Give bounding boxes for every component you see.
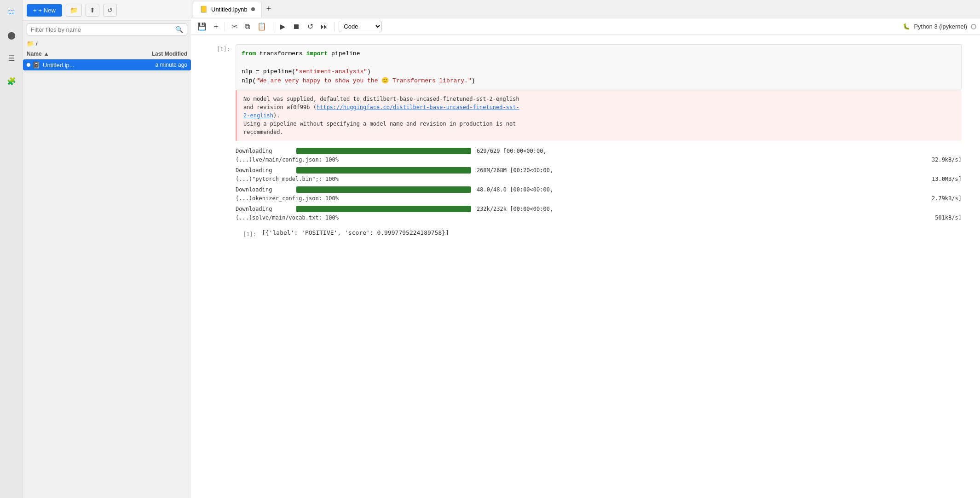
progress-bar-3 xyxy=(296,206,471,212)
run-button[interactable]: ▶ xyxy=(277,20,288,33)
progress-row-0: Downloading 629/629 [00:00<00:00, xyxy=(236,146,962,156)
progress-bar-0 xyxy=(296,148,471,154)
kernel-name: Python 3 (ipykernel) xyxy=(914,23,967,30)
progress-section: Downloading 629/629 [00:00<00:00, (...)l… xyxy=(236,145,962,226)
copy-button[interactable]: ⧉ xyxy=(242,21,253,33)
progress-sub-label-0: (...)lve/main/config.json: 100% xyxy=(236,156,339,163)
fast-forward-button[interactable]: ⏭ xyxy=(318,21,331,33)
warning-line-3: Using a pipeline without specifying a mo… xyxy=(243,120,955,128)
progress-sub-0: (...)lve/main/config.json: 100% 32.9kB/s… xyxy=(236,156,962,166)
upload-folder-button[interactable]: 📁 xyxy=(66,4,82,17)
tab-modified-dot xyxy=(251,7,255,11)
code-line-3: nlp = pipeline("sentiment-analysis") xyxy=(242,67,956,76)
tab-bar: 📒 Untitled.ipynb + xyxy=(191,0,980,18)
progress-sub-label-3: (...)solve/main/vocab.txt: 100% xyxy=(236,214,339,221)
list-icon-btn[interactable]: ☰ xyxy=(4,51,19,65)
progress-row-1: Downloading 268M/268M [00:20<00:00, xyxy=(236,166,962,175)
name-column-header[interactable]: Name ▲ xyxy=(27,51,137,57)
warning-line-4: recommended. xyxy=(243,128,955,136)
progress-stats-2: 48.0/48.0 [00:00<00:00, xyxy=(477,186,553,193)
warning-line-2: and revision af0f99b (https://huggingfac… xyxy=(243,103,955,120)
cell-type-select[interactable]: Code Markdown Raw xyxy=(339,21,382,32)
file-list-header[interactable]: Name ▲ Last Modified xyxy=(23,49,191,59)
cell-1: [1]: from transformers import pipeline n… xyxy=(209,44,962,237)
progress-group-0: Downloading 629/629 [00:00<00:00, (...)l… xyxy=(236,146,962,166)
file-type-icon: 📓 xyxy=(32,61,40,69)
breadcrumb-path[interactable]: / xyxy=(36,40,38,47)
bug-icon: 🐛 xyxy=(903,23,910,30)
progress-sub-2: (...)okenizer_config.json: 100% 2.79kB/s… xyxy=(236,194,962,204)
modified-column-header[interactable]: Last Modified xyxy=(137,51,187,57)
progress-sub-speed-1: 13.0MB/s] xyxy=(932,176,962,182)
toolbar-separator-1 xyxy=(225,22,225,31)
tab-untitled-ipynb[interactable]: 📒 Untitled.ipynb xyxy=(193,1,262,17)
search-bar: 🔍 xyxy=(23,21,191,38)
progress-sub-label-1: (...)"pytorch_model.bin";: 100% xyxy=(236,176,339,182)
cell-1-prompt: [1]: xyxy=(209,44,230,52)
progress-sub-speed-0: 32.9kB/s] xyxy=(932,156,962,163)
tab-file-icon: 📒 xyxy=(200,6,208,13)
search-input-wrap[interactable]: 🔍 xyxy=(27,23,187,35)
progress-bar-2 xyxy=(296,186,471,193)
file-name: Untitled.ip... xyxy=(43,62,137,69)
result-text: [{'label': 'POSITIVE', 'score': 0.999779… xyxy=(262,229,449,236)
search-input[interactable] xyxy=(31,26,175,33)
sidebar-toolbar: + + New 📁 ⬆ ↺ xyxy=(23,0,191,21)
main-content: 📒 Untitled.ipynb + 💾 + ✂ ⧉ 📋 ▶ ⏹ ↺ ⏭ Cod… xyxy=(191,0,980,498)
name-col-label: Name xyxy=(27,51,42,57)
file-modified: a minute ago xyxy=(137,62,187,68)
restart-button[interactable]: ↺ xyxy=(305,20,316,33)
add-cell-button[interactable]: + xyxy=(211,21,221,33)
progress-row-3: Downloading 232k/232k [00:00<00:00, xyxy=(236,204,962,214)
progress-bar-wrap-0 xyxy=(296,148,471,154)
cut-button[interactable]: ✂ xyxy=(229,20,240,33)
progress-label-3: Downloading xyxy=(236,206,291,212)
sidebar-icon-strip: 🗂 ⬤ ☰ 🧩 xyxy=(0,0,23,498)
kernel-info: 🐛 Python 3 (ipykernel) xyxy=(903,23,976,30)
progress-sub-3: (...)solve/main/vocab.txt: 100% 501kB/s] xyxy=(236,214,962,224)
progress-sub-speed-3: 501kB/s] xyxy=(935,214,962,221)
cell-1-code[interactable]: from transformers import pipeline nlp = … xyxy=(236,44,962,90)
file-item[interactable]: 📓 Untitled.ip... a minute ago xyxy=(23,59,191,70)
upload-button[interactable]: ⬆ xyxy=(86,4,99,17)
progress-stats-1: 268M/268M [00:20<00:00, xyxy=(477,167,553,174)
file-dot xyxy=(27,63,30,67)
refresh-button[interactable]: ↺ xyxy=(103,4,117,17)
progress-label-0: Downloading xyxy=(236,148,291,154)
toolbar-separator-3 xyxy=(334,22,335,31)
progress-bar-wrap-3 xyxy=(296,206,471,212)
progress-label-1: Downloading xyxy=(236,167,291,174)
result-prompt: [1]: xyxy=(236,229,256,237)
paste-button[interactable]: 📋 xyxy=(254,20,269,33)
sort-icon: ▲ xyxy=(44,51,49,57)
puzzle-icon-btn[interactable]: 🧩 xyxy=(4,74,19,88)
kernel-status-circle xyxy=(971,24,976,29)
code-line-1: from transformers import pipeline xyxy=(242,49,956,58)
progress-row-2: Downloading 48.0/48.0 [00:00<00:00, xyxy=(236,185,962,194)
circle-icon-btn[interactable]: ⬤ xyxy=(4,28,19,42)
folder-icon-btn[interactable]: 🗂 xyxy=(4,5,19,19)
new-button[interactable]: + + New xyxy=(27,4,62,17)
code-line-4: nlp("We are very happy to show you the 🙂… xyxy=(242,76,956,86)
progress-group-3: Downloading 232k/232k [00:00<00:00, (...… xyxy=(236,204,962,224)
code-line-2 xyxy=(242,58,956,68)
save-button[interactable]: 💾 xyxy=(195,20,209,33)
progress-sub-speed-2: 2.79kB/s] xyxy=(932,195,962,202)
progress-bar-1 xyxy=(296,167,471,174)
cell-1-input[interactable]: [1]: from transformers import pipeline n… xyxy=(209,44,962,90)
progress-sub-1: (...)"pytorch_model.bin";: 100% 13.0MB/s… xyxy=(236,175,962,185)
file-browser: + + New 📁 ⬆ ↺ 🔍 📁 / Name ▲ Last Modif xyxy=(23,0,191,498)
search-icon: 🔍 xyxy=(175,26,183,33)
output-result: [1]: [{'label': 'POSITIVE', 'score': 0.9… xyxy=(236,229,962,237)
add-tab-button[interactable]: + xyxy=(263,2,275,16)
tab-label: Untitled.ipynb xyxy=(211,6,248,13)
new-button-label: + New xyxy=(39,7,56,14)
progress-stats-0: 629/629 [00:00<00:00, xyxy=(477,148,547,154)
progress-group-2: Downloading 48.0/48.0 [00:00<00:00, (...… xyxy=(236,185,962,204)
toolbar-separator-2 xyxy=(273,22,273,31)
stop-button[interactable]: ⏹ xyxy=(290,21,303,33)
progress-sub-label-2: (...)okenizer_config.json: 100% xyxy=(236,195,339,202)
warning-link[interactable]: https://huggingface.co/distilbert-base-u… xyxy=(243,104,519,119)
progress-group-1: Downloading 268M/268M [00:20<00:00, (...… xyxy=(236,166,962,185)
plus-icon: + xyxy=(33,7,37,14)
